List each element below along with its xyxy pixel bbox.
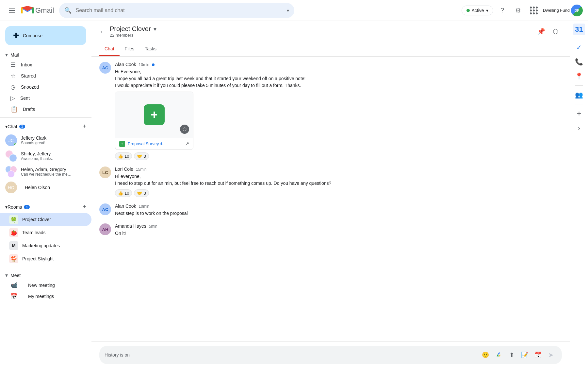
inbox-label: Inbox <box>21 62 32 67</box>
rooms-add-icon[interactable]: + <box>83 203 86 210</box>
thumbsup-count-1: 10 <box>124 154 129 159</box>
attachment-open-icon[interactable]: ↗ <box>185 141 189 147</box>
team-leads-icon: 🍅 <box>9 228 18 237</box>
sidebar-item-starred[interactable]: ☆ Starred <box>0 70 91 81</box>
lori-cole-text: Hi everyone, I need to step out for an m… <box>115 173 562 187</box>
jeffery-info: Jeffery Clark Sounds great! <box>21 135 46 145</box>
send-arrow-icon: ➤ <box>548 351 554 359</box>
new-meeting-label: New meeting <box>28 283 55 288</box>
input-placeholder: History is on <box>105 352 477 358</box>
send-icon[interactable]: ➤ <box>545 349 557 361</box>
alan-reactions-1: 👍 10 🤝 3 <box>115 152 562 160</box>
sidebar-item-sent[interactable]: ▷ Sent <box>0 93 91 104</box>
project-clover-label: Project Clover <box>22 217 51 222</box>
chat-contact-helen-adam[interactable]: Helen, Adam, Gregory Can we reschedule t… <box>0 164 91 180</box>
maps-panel-icon[interactable]: 📍 <box>573 70 586 83</box>
helen-adam-name: Helen, Adam, Gregory <box>21 167 73 172</box>
topbar: Gmail 🔍 ▾ Active ▾ ? ⚙ Dwelling Fund DF <box>0 0 588 21</box>
contacts-panel-icon[interactable]: 👥 <box>573 88 586 101</box>
alan-cook-time-1: 10min <box>139 62 150 67</box>
emoji-icon[interactable]: 🙂 <box>480 349 491 361</box>
search-bar[interactable]: 🔍 ▾ <box>59 3 294 18</box>
meet-section-header[interactable]: ▾ Meet <box>0 271 91 280</box>
sidebar-divider-3 <box>0 268 91 268</box>
pin-icon[interactable]: 📌 <box>534 25 547 38</box>
back-button[interactable]: ← <box>99 28 106 35</box>
room-item-project-skylight[interactable]: 🍄 Project Skylight <box>0 252 91 265</box>
starred-label: Starred <box>21 73 36 79</box>
meet-new-meeting[interactable]: 📹 New meeting <box>0 280 91 291</box>
chat-title-dropdown-icon[interactable]: ▾ <box>154 26 156 33</box>
apps-icon[interactable] <box>527 4 540 17</box>
expand-panel-icon[interactable]: › <box>573 121 586 134</box>
upload-icon[interactable]: ⬆ <box>506 349 517 361</box>
user-account[interactable]: Dwelling Fund DF <box>543 5 583 16</box>
drive-icon[interactable] <box>493 349 504 361</box>
attachment-preview: + ⬡ <box>115 92 193 138</box>
chat-header: ← Project Clover ▾ 22 members 📌 ⬡ <box>91 21 570 42</box>
alan-cook-text-2: Next step is to work on the proposal <box>115 210 562 217</box>
chat-title: Project Clover <box>110 25 151 33</box>
help-icon[interactable]: ? <box>496 4 509 17</box>
hamburger-icon[interactable] <box>5 4 18 17</box>
rooms-section-header[interactable]: ▾ Rooms 1 + <box>0 201 91 213</box>
chat-section-header[interactable]: ▾ Chat 1 + <box>0 120 91 132</box>
sidebar-item-snoozed[interactable]: ◷ Snoozed <box>0 81 91 93</box>
tab-files[interactable]: Files <box>120 42 140 56</box>
handshake-count-1: 3 <box>143 154 146 159</box>
compose-plus-icon: ✚ <box>13 31 19 40</box>
project-skylight-icon: 🍄 <box>9 254 18 263</box>
attachment-footer: + Proposal Survey.d... ↗ <box>115 138 193 149</box>
tab-tasks[interactable]: Tasks <box>139 42 162 56</box>
helen-adam-preview: Can we reschedule the meeti... <box>21 172 73 177</box>
meet-my-meetings[interactable]: 📅 My meetings <box>0 291 91 302</box>
chat-contact-shirley-jeffery[interactable]: Shirley, Jeffery Awesome, thanks. <box>0 148 91 164</box>
room-item-project-clover[interactable]: 🍀 Project Clover <box>0 213 91 226</box>
shirley-jeffery-avatar <box>5 150 17 162</box>
tasks-panel-icon[interactable]: ✓ <box>573 41 586 54</box>
thumbsup-count-2: 10 <box>124 191 129 196</box>
attachment-overlay-icon: ⬡ <box>180 125 189 134</box>
mail-section-header[interactable]: ▾ Mail <box>0 50 91 59</box>
open-in-new-icon[interactable]: ⬡ <box>549 25 562 38</box>
chat-add-icon[interactable]: + <box>83 123 86 130</box>
room-item-team-leads[interactable]: 🍅 Team leads <box>0 226 91 239</box>
active-label: Active <box>472 8 484 13</box>
user-avatar[interactable]: DF <box>571 5 583 16</box>
calendar-icon[interactable]: 📅 <box>532 349 544 361</box>
msg-header-alan-2: Alan Cook 10min <box>115 203 562 209</box>
proposal-survey-attachment[interactable]: + ⬡ + Proposal Survey.d... ↗ <box>115 92 193 150</box>
search-input[interactable] <box>75 8 284 13</box>
amanda-hayes-time: 5min <box>149 224 157 229</box>
calendar-panel-icon[interactable]: 31 <box>573 24 585 35</box>
input-box[interactable]: History is on 🙂 ⬆ 📝 📅 ➤ <box>99 346 562 364</box>
compose-button[interactable]: ✚ Compose <box>5 26 86 45</box>
amanda-hayes-avatar: AH <box>99 223 111 235</box>
room-item-marketing[interactable]: M Marketing updates <box>0 239 91 252</box>
phone-panel-icon[interactable]: 📞 <box>573 55 586 68</box>
rooms-badge: 1 <box>24 205 30 209</box>
thumbsup-reaction-2[interactable]: 👍 10 <box>115 189 132 197</box>
jeffery-preview: Sounds great! <box>21 141 46 145</box>
message-amanda: AH Amanda Hayes 5min On it! <box>99 223 562 237</box>
chat-contact-helen-close[interactable]: HO Helen Olson <box>0 180 91 195</box>
inbox-icon: ☰ <box>10 61 16 68</box>
tab-chat[interactable]: Chat <box>99 42 120 56</box>
active-status-button[interactable]: Active ▾ <box>462 6 493 15</box>
chat-contact-jeffery[interactable]: JC Jeffery Clark Sounds great! <box>0 132 91 148</box>
handshake-reaction-1[interactable]: 🤝 3 <box>134 152 149 160</box>
lori-cole-time: 15min <box>136 167 147 172</box>
handshake-emoji-1: 🤝 <box>137 154 142 159</box>
search-dropdown-icon[interactable]: ▾ <box>287 8 289 13</box>
sidebar-item-inbox[interactable]: ☰ Inbox <box>0 59 91 70</box>
thumbsup-reaction-1[interactable]: 👍 10 <box>115 152 132 160</box>
alan-cook-text-1: Hi Everyone, I hope you all had a great … <box>115 68 562 89</box>
marketing-label: Marketing updates <box>22 243 60 248</box>
add-panel-icon[interactable]: + <box>573 107 586 120</box>
handshake-reaction-2[interactable]: 🤝 3 <box>134 189 149 197</box>
alan-online-dot <box>152 63 155 66</box>
gmail-logo: Gmail <box>21 6 54 15</box>
notes-icon[interactable]: 📝 <box>519 349 531 361</box>
sidebar-item-drafts[interactable]: 📋 Drafts <box>0 104 91 115</box>
settings-icon[interactable]: ⚙ <box>512 4 525 17</box>
